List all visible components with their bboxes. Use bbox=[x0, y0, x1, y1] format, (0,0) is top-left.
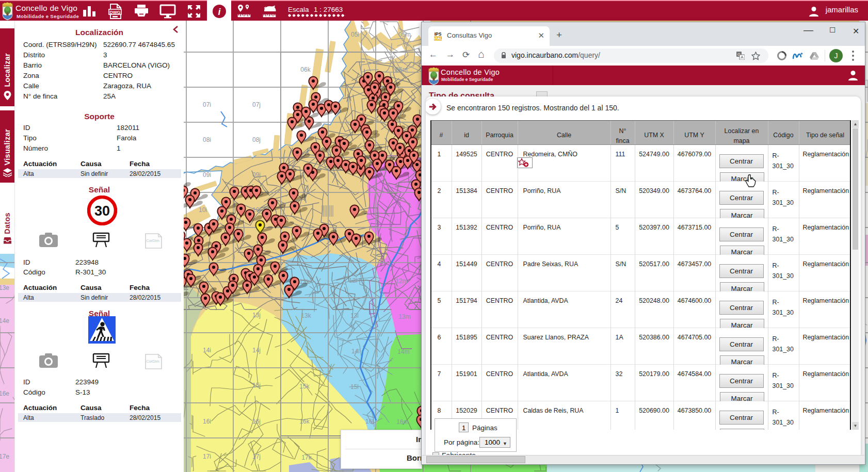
svg-text:05l: 05l bbox=[351, 31, 359, 38]
svg-text:DWG: DWG bbox=[110, 10, 121, 15]
svg-text:16i: 16i bbox=[203, 418, 211, 425]
svg-text:16e: 16e bbox=[0, 390, 9, 397]
svg-text:15l: 15l bbox=[350, 383, 359, 390]
svg-text:CorDim: CorDim bbox=[146, 238, 159, 243]
svg-text:09i: 09i bbox=[203, 171, 211, 178]
svg-text:30: 30 bbox=[94, 203, 110, 219]
svg-text:16k: 16k bbox=[299, 418, 310, 425]
svg-text:13e: 13e bbox=[0, 284, 9, 291]
svg-text:12m: 12m bbox=[395, 278, 407, 285]
svg-text:08j: 08j bbox=[252, 136, 261, 143]
svg-text:08i: 08i bbox=[203, 136, 211, 143]
svg-text:13k: 13k bbox=[301, 312, 311, 319]
svg-text:15j: 15j bbox=[252, 382, 261, 389]
svg-text:CorDim: CorDim bbox=[146, 359, 159, 364]
svg-text:13j: 13j bbox=[252, 312, 261, 319]
svg-text:16l: 16l bbox=[365, 418, 374, 425]
svg-text:13m: 13m bbox=[398, 313, 410, 320]
svg-text:12l: 12l bbox=[349, 277, 357, 284]
svg-text:07i: 07i bbox=[203, 101, 211, 108]
svg-text:IPS: IPS bbox=[435, 31, 442, 37]
svg-text:14i: 14i bbox=[203, 347, 211, 354]
svg-text:16m: 16m bbox=[396, 418, 408, 426]
svg-text:16j: 16j bbox=[252, 418, 261, 425]
svg-text:13l: 13l bbox=[350, 312, 359, 319]
svg-text:VIAL: VIAL bbox=[434, 37, 442, 40]
svg-text:14m: 14m bbox=[397, 348, 409, 355]
svg-text:10i: 10i bbox=[199, 206, 207, 214]
svg-text:06k: 06k bbox=[300, 66, 311, 73]
svg-text:07j: 07j bbox=[252, 101, 261, 108]
svg-text:17e: 17e bbox=[0, 453, 9, 460]
svg-text:14l: 14l bbox=[351, 348, 360, 355]
svg-text:05m: 05m bbox=[398, 31, 410, 38]
svg-text:09j: 09j bbox=[252, 171, 261, 178]
svg-text:17i: 17i bbox=[203, 453, 211, 460]
svg-text:14j: 14j bbox=[252, 347, 261, 354]
svg-text:17k: 17k bbox=[301, 454, 312, 461]
svg-text:14e: 14e bbox=[0, 317, 9, 324]
svg-text:06m: 06m bbox=[395, 66, 407, 73]
svg-text:15k: 15k bbox=[299, 383, 310, 390]
svg-text:17j: 17j bbox=[252, 453, 261, 460]
